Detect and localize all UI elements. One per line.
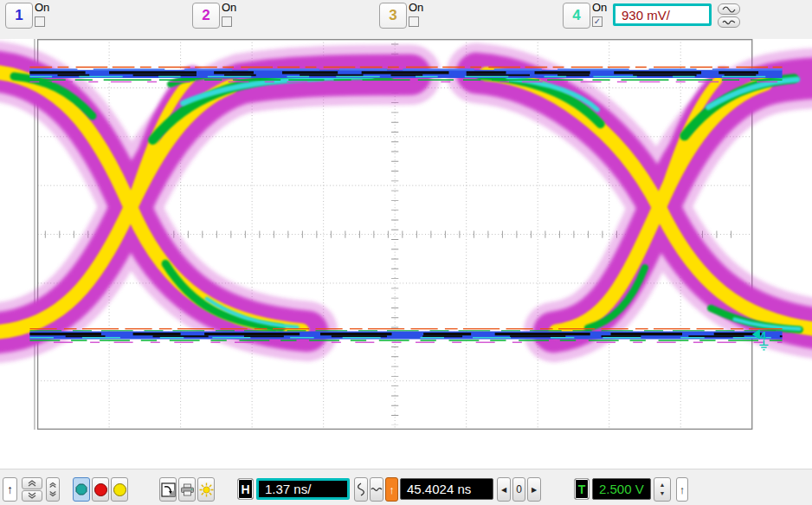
up-arrow-icon: ↑: [7, 482, 13, 496]
position-left-button[interactable]: ◀: [497, 477, 511, 502]
up-triangle-icon: ▲: [660, 481, 666, 489]
double-chevron-down-icon: [48, 490, 57, 497]
horizontal-menu-button[interactable]: H: [237, 478, 254, 500]
channel-2-button[interactable]: 2: [192, 3, 220, 29]
sun-icon: [199, 482, 214, 497]
trigger-menu-button[interactable]: T: [574, 478, 590, 500]
run-button[interactable]: [73, 477, 90, 502]
printer-icon: [180, 483, 195, 496]
channel-1-on-checkbox[interactable]: [35, 16, 45, 27]
channel-4-marker-label: 4: [760, 330, 766, 342]
horizontal-trigger-toolbar: ↑: [0, 469, 812, 505]
eye-bottom-rail: [29, 329, 782, 343]
waveform-display: 4: [0, 39, 812, 469]
double-chevron-up-icon: [48, 482, 57, 489]
scale-coarse-button[interactable]: [718, 3, 740, 15]
trigger-point-button[interactable]: ↑: [385, 477, 398, 502]
horizontal-position-field[interactable]: 45.4024 ns: [400, 478, 493, 500]
scale-coarse-up-button[interactable]: [22, 477, 42, 489]
vertical-sine-icon: [358, 482, 364, 496]
position-right-button[interactable]: ▶: [527, 477, 541, 502]
double-chevron-down-icon: [27, 492, 37, 499]
up-arrow-icon: ↑: [389, 483, 395, 496]
print-button[interactable]: [178, 477, 196, 502]
scale-fine-button[interactable]: [718, 16, 740, 28]
run-octagon-icon: [75, 483, 87, 495]
trigger-scale-up-button[interactable]: ↑: [676, 477, 688, 502]
channel-2-on-checkbox[interactable]: [222, 16, 232, 27]
brightness-button[interactable]: [197, 477, 215, 502]
timebase-vernier-button[interactable]: [370, 477, 383, 502]
channel-4-on-checkbox[interactable]: ✓: [592, 16, 603, 27]
stop-button[interactable]: [92, 477, 109, 502]
trigger-level-field[interactable]: 2.500 V: [592, 478, 651, 500]
eye-top-rail: [29, 68, 782, 82]
page-flip-icon: [161, 482, 176, 497]
single-circle-icon: [113, 483, 126, 496]
up-arrow-icon: ↑: [680, 483, 686, 496]
stop-circle-icon: [94, 483, 107, 496]
screen-copy-button[interactable]: [159, 477, 177, 502]
channel-3-on-label: On: [409, 1, 435, 14]
scale-coarse-down-button[interactable]: [22, 490, 42, 502]
channel-2-on-label: On: [222, 1, 248, 14]
timebase-fine-button[interactable]: [354, 477, 368, 502]
channel-3-on-checkbox[interactable]: [409, 16, 419, 27]
position-zero-button[interactable]: 0: [512, 477, 525, 502]
down-triangle-icon: ▼: [660, 489, 666, 498]
left-triangle-icon: ◀: [501, 486, 506, 494]
channel-1-on-label: On: [35, 1, 61, 14]
sine-wave-icon: [722, 17, 736, 28]
channel-1-button[interactable]: 1: [5, 3, 33, 29]
double-chevron-up-icon: [27, 480, 37, 487]
eye-diagram-canvas: 4: [0, 39, 812, 469]
channel-toolbar: 1 On 2 On 3 On 4 On ✓ 930 mV/: [0, 0, 812, 39]
timebase-scale-field[interactable]: 1.37 ns/: [256, 478, 350, 500]
scale-fine-spinner[interactable]: [46, 477, 60, 502]
channel-4-button[interactable]: 4: [563, 3, 590, 29]
vertical-scale-up-button[interactable]: ↑: [3, 477, 17, 502]
channel-4-scale-field[interactable]: 930 mV/: [613, 3, 712, 26]
right-triangle-icon: ▶: [532, 486, 537, 494]
trigger-level-spinner[interactable]: ▲ ▼: [654, 477, 671, 502]
sine-wave-icon: [371, 486, 383, 493]
square-wave-icon: [722, 4, 736, 15]
single-button[interactable]: [111, 477, 128, 502]
channel-3-button[interactable]: 3: [379, 3, 407, 29]
